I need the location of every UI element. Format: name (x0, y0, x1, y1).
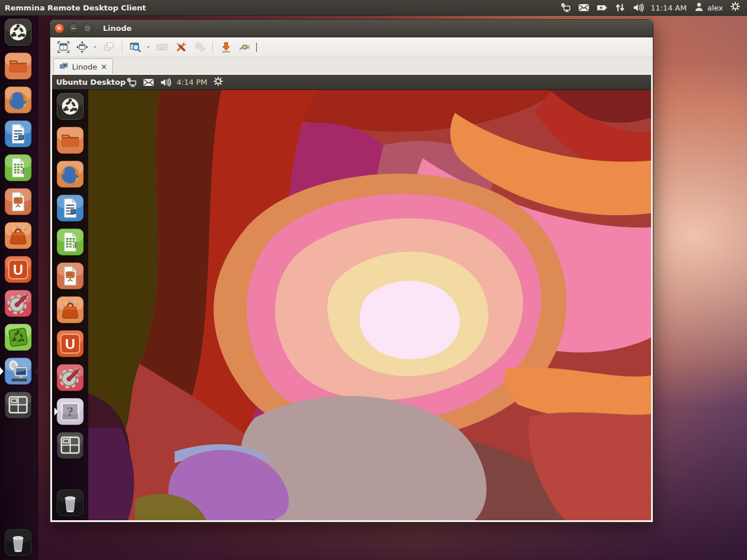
remote-desktop-icon[interactable] (126, 77, 137, 88)
firefox-launcher-icon[interactable] (4, 86, 32, 114)
writer-launcher-icon[interactable] (4, 120, 32, 148)
minimize-window-button[interactable]: − (68, 23, 78, 33)
grab-keyboard-icon[interactable] (216, 39, 235, 55)
files-launcher-icon[interactable] (4, 52, 32, 80)
impress-launcher-icon[interactable] (4, 188, 32, 216)
software-updater-launcher-icon[interactable] (4, 323, 32, 351)
writer-launcher-icon[interactable] (56, 194, 84, 222)
svg-text:U: U (13, 262, 23, 278)
unity-launcher: U (0, 15, 38, 560)
volume-icon[interactable] (632, 2, 644, 13)
remote-desktop-icon[interactable] (560, 2, 572, 13)
session-gear-icon[interactable] (729, 1, 741, 15)
firefox-launcher-icon[interactable] (56, 160, 84, 188)
keyboard-icon[interactable] (153, 39, 171, 55)
svg-text:U: U (65, 336, 75, 352)
trash-launcher-icon[interactable] (4, 528, 32, 556)
toolbar-separator (212, 42, 213, 53)
settings-launcher-icon[interactable] (4, 289, 32, 317)
software-center-launcher-icon[interactable] (56, 296, 84, 324)
volume-icon[interactable] (160, 77, 171, 88)
preferences-icon[interactable] (190, 39, 209, 55)
window-toolbar: 1 (50, 37, 653, 57)
panel-indicators: 11:14 AM alex (560, 1, 747, 15)
remote-panel-indicators: 4:14 PM (126, 75, 229, 89)
window-title: Linode (103, 24, 132, 33)
remote-top-panel[interactable]: Ubuntu Desktop 4:14 PM (52, 75, 651, 90)
mail-icon[interactable] (143, 77, 154, 88)
text-cursor (256, 43, 257, 52)
calc-launcher-icon[interactable] (56, 228, 84, 256)
zoom-icon[interactable] (126, 39, 144, 55)
window-controls: ✕−▢ (50, 23, 92, 33)
user-menu[interactable]: alex (693, 1, 723, 15)
tab-label: Linode (72, 63, 97, 71)
mail-icon[interactable] (578, 2, 590, 13)
remote-unity-launcher[interactable]: U ? (52, 89, 88, 520)
question-launcher-icon[interactable]: ? (56, 397, 84, 426)
user-icon (693, 1, 705, 15)
focused-indicator-arrow (35, 367, 38, 375)
tab-remote-icon (59, 61, 68, 72)
tab-linode[interactable]: Linode ✕ (53, 58, 113, 74)
svg-text:1: 1 (62, 46, 64, 50)
remote-panel-title: Ubuntu Desktop (52, 78, 126, 87)
window-titlebar[interactable]: ✕−▢ Linode (50, 20, 653, 37)
files-launcher-icon[interactable] (56, 126, 84, 154)
trash-launcher-icon[interactable] (56, 489, 84, 517)
remote-wallpaper (52, 89, 651, 520)
duplicate-icon[interactable] (99, 39, 118, 55)
calc-launcher-icon[interactable] (4, 154, 32, 182)
panel-app-title: Remmina Remote Desktop Client (0, 4, 146, 12)
caret-zoom-icon[interactable] (144, 39, 153, 55)
tray-icons (560, 2, 644, 13)
impress-launcher-icon[interactable] (56, 262, 84, 290)
running-indicator-arrow (0, 367, 4, 375)
svg-text:?: ? (67, 405, 74, 419)
settings-launcher-icon[interactable] (56, 364, 84, 392)
network-traffic-icon[interactable] (614, 2, 626, 13)
remote-session-gear-icon[interactable] (212, 75, 224, 89)
ubuntu-one-launcher-icon[interactable]: U (4, 255, 32, 284)
remote-desktop-view[interactable]: Ubuntu Desktop 4:14 PM (50, 74, 653, 522)
clock[interactable]: 11:14 AM (650, 4, 687, 12)
battery-icon[interactable] (596, 2, 608, 13)
maximize-window-button[interactable]: ▢ (82, 23, 92, 33)
fullscreen-icon[interactable]: 1 (54, 39, 73, 55)
workspaces-launcher-icon[interactable] (4, 391, 32, 419)
tools-icon[interactable] (171, 39, 190, 55)
username: alex (707, 4, 723, 12)
software-center-launcher-icon[interactable] (4, 222, 32, 250)
tab-close-icon[interactable]: ✕ (101, 63, 107, 71)
running-indicator-arrow (54, 407, 58, 416)
close-window-button[interactable]: ✕ (54, 23, 64, 33)
workspaces-launcher-icon[interactable] (56, 431, 84, 459)
dash-launcher-icon[interactable] (56, 92, 84, 120)
remote-clock[interactable]: 4:14 PM (177, 78, 207, 87)
toolbar-separator (122, 42, 122, 53)
dash-launcher-icon[interactable] (4, 18, 32, 46)
disconnect-icon[interactable] (235, 39, 254, 55)
caret-fit-icon[interactable] (91, 39, 99, 55)
top-panel: Remmina Remote Desktop Client 11:14 AM a… (0, 0, 747, 16)
remmina-window: ✕−▢ Linode 1 Linode ✕ (50, 19, 653, 523)
remote-tray-icons (126, 77, 171, 88)
fit-window-icon[interactable] (73, 39, 91, 55)
remmina-launcher-icon[interactable] (4, 357, 32, 385)
ubuntu-one-launcher-icon[interactable]: U (56, 330, 84, 358)
tab-bar: Linode ✕ (50, 57, 653, 75)
